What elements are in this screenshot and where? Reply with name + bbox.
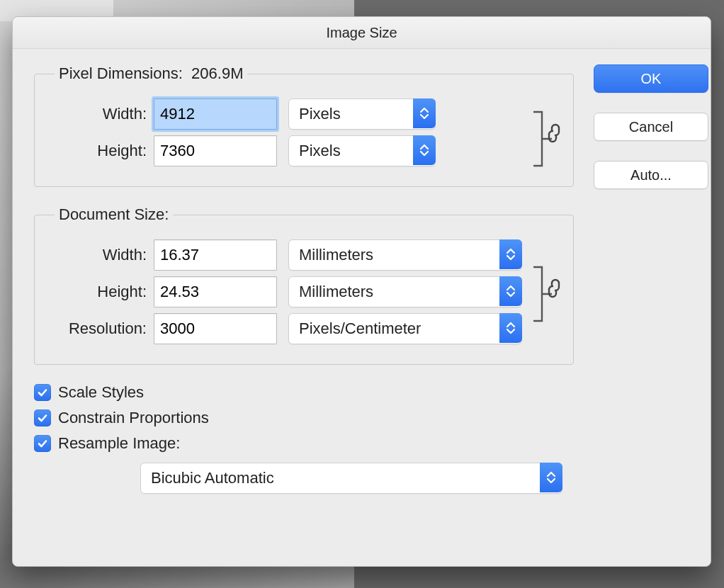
doc-height-input[interactable] [154,276,277,307]
pixel-width-unit-value: Pixels [299,105,341,123]
doc-height-unit-value: Millimeters [299,283,373,301]
dialog-content: Pixel Dimensions: 206.9M Width: Pixels [13,49,711,566]
resample-image-checkbox[interactable] [34,435,51,452]
doc-width-input[interactable] [154,239,277,271]
scale-styles-label: Scale Styles [58,383,144,402]
doc-height-unit-select[interactable]: Millimeters [288,276,522,307]
pixel-width-label: Width: [35,105,154,123]
pixel-height-unit-value: Pixels [299,142,341,160]
doc-width-unit-select[interactable]: Millimeters [288,239,522,271]
stepper-icon[interactable] [413,98,436,128]
resample-method-value: Bicubic Automatic [151,469,274,487]
doc-height-label: Height: [35,283,154,301]
resample-method-select[interactable]: Bicubic Automatic [140,463,562,494]
resample-image-label: Resample Image: [58,434,180,453]
cancel-button[interactable]: Cancel [594,113,708,141]
resolution-unit-value: Pixels/Centimeter [299,320,421,338]
pixel-dimensions-legend: Pixel Dimensions: 206.9M [55,64,247,83]
dialog-titlebar: Image Size [13,17,711,49]
link-bracket-icon [531,99,565,170]
auto-button-label: Auto... [630,167,672,183]
constrain-proportions-checkbox[interactable] [34,409,51,426]
dialog-right-column: OK Cancel Auto... [574,64,708,553]
auto-button[interactable]: Auto... [594,161,708,189]
pixel-dimensions-group: Pixel Dimensions: 206.9M Width: Pixels [34,64,574,187]
constrain-proportions-label: Constrain Proportions [58,409,209,427]
doc-width-label: Width: [35,246,154,264]
pixel-height-label: Height: [35,142,154,160]
pixel-dimensions-legend-label: Pixel Dimensions: [59,64,183,82]
resolution-input[interactable] [154,313,277,344]
image-size-dialog: Image Size Pixel Dimensions: 206.9M Widt… [12,16,711,567]
link-bracket-icon [531,254,565,334]
scale-styles-checkbox[interactable] [34,384,51,401]
document-size-legend: Document Size: [55,205,173,224]
pixel-dimensions-size-value: 206.9M [191,64,243,82]
stepper-icon[interactable] [413,135,436,165]
doc-width-unit-value: Millimeters [299,246,373,264]
cancel-button-label: Cancel [629,119,673,135]
dialog-left-column: Pixel Dimensions: 206.9M Width: Pixels [34,64,574,553]
dialog-title: Image Size [326,25,397,41]
pixel-height-input[interactable] [154,135,277,166]
stepper-icon[interactable] [499,313,522,343]
resolution-label: Resolution: [35,320,154,338]
pixel-width-input[interactable] [154,98,277,130]
document-size-group: Document Size: Width: Millimeters [34,205,574,365]
options-checkboxes: Scale Styles Constrain Proportions Resam… [34,383,574,494]
stepper-icon[interactable] [540,463,562,492]
stepper-icon[interactable] [499,239,522,269]
stepper-icon[interactable] [499,276,522,306]
resolution-unit-select[interactable]: Pixels/Centimeter [288,313,522,344]
ok-button-label: OK [641,71,662,87]
ok-button[interactable]: OK [594,64,708,93]
